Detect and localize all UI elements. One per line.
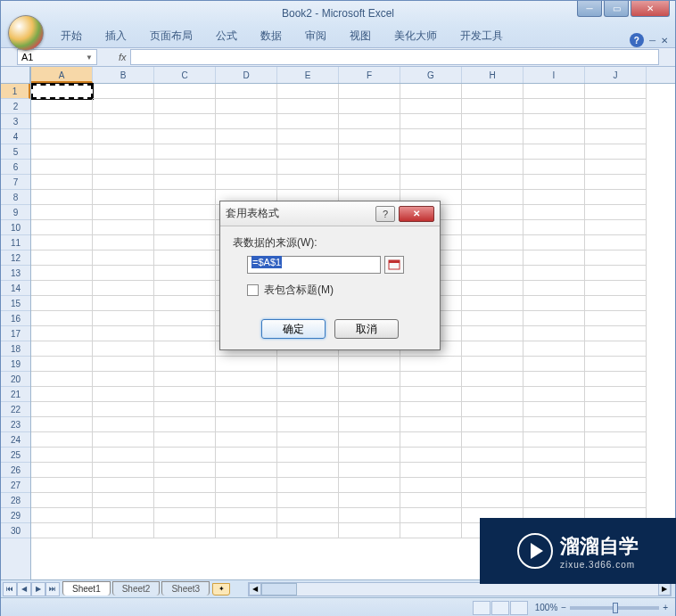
- cell[interactable]: [462, 266, 523, 281]
- cell[interactable]: [585, 175, 647, 190]
- cell[interactable]: [339, 144, 400, 160]
- tab-beautify[interactable]: 美化大师: [383, 24, 449, 47]
- cell[interactable]: [339, 523, 400, 538]
- cell[interactable]: [31, 84, 93, 99]
- cell[interactable]: [93, 523, 154, 538]
- cell[interactable]: [585, 205, 647, 220]
- zoom-slider-thumb[interactable]: [613, 603, 618, 613]
- cell[interactable]: [462, 432, 523, 448]
- cell[interactable]: [523, 387, 585, 402]
- dialog-close-button[interactable]: ✕: [399, 206, 434, 222]
- cell[interactable]: [339, 160, 400, 175]
- headers-checkbox[interactable]: [247, 284, 259, 296]
- cell[interactable]: [400, 523, 462, 538]
- cell[interactable]: [154, 266, 216, 281]
- cell[interactable]: [523, 235, 585, 251]
- cell[interactable]: [400, 175, 462, 190]
- cell[interactable]: [339, 129, 400, 144]
- column-header[interactable]: J: [585, 67, 647, 83]
- cell[interactable]: [154, 296, 216, 311]
- cell[interactable]: [523, 114, 585, 129]
- cell[interactable]: [585, 235, 647, 251]
- cell[interactable]: [216, 160, 277, 175]
- cell[interactable]: [585, 493, 647, 508]
- cell[interactable]: [93, 129, 154, 144]
- cell[interactable]: [400, 508, 462, 523]
- cell[interactable]: [31, 266, 93, 281]
- cell[interactable]: [154, 372, 216, 387]
- cell[interactable]: [585, 160, 647, 175]
- cell[interactable]: [216, 144, 277, 160]
- cell[interactable]: [31, 448, 93, 463]
- row-header[interactable]: 11: [1, 235, 30, 251]
- cell[interactable]: [462, 463, 523, 478]
- cell[interactable]: [400, 432, 462, 448]
- cell[interactable]: [93, 160, 154, 175]
- column-header[interactable]: C: [154, 67, 216, 83]
- cell[interactable]: [585, 266, 647, 281]
- cell[interactable]: [462, 387, 523, 402]
- cell[interactable]: [154, 357, 216, 372]
- cell[interactable]: [154, 493, 216, 508]
- row-header[interactable]: 9: [1, 205, 30, 220]
- row-header[interactable]: 5: [1, 144, 30, 160]
- cell[interactable]: [154, 326, 216, 341]
- cell[interactable]: [93, 99, 154, 114]
- tab-developer[interactable]: 开发工具: [449, 24, 515, 47]
- cell[interactable]: [585, 296, 647, 311]
- cell[interactable]: [462, 402, 523, 417]
- cell[interactable]: [339, 387, 400, 402]
- row-header[interactable]: 13: [1, 266, 30, 281]
- cell[interactable]: [339, 417, 400, 432]
- cell[interactable]: [277, 523, 339, 538]
- cell[interactable]: [93, 463, 154, 478]
- cell[interactable]: [523, 190, 585, 205]
- cell[interactable]: [523, 175, 585, 190]
- column-header[interactable]: D: [216, 67, 277, 83]
- cell[interactable]: [277, 372, 339, 387]
- cell[interactable]: [400, 160, 462, 175]
- cell[interactable]: [93, 448, 154, 463]
- cell[interactable]: [523, 357, 585, 372]
- cell[interactable]: [400, 99, 462, 114]
- ok-button[interactable]: 确定: [261, 319, 326, 339]
- row-header[interactable]: 12: [1, 251, 30, 266]
- cell[interactable]: [93, 251, 154, 266]
- cell[interactable]: [462, 190, 523, 205]
- tab-insert[interactable]: 插入: [94, 24, 138, 47]
- column-header[interactable]: H: [462, 67, 523, 83]
- cell[interactable]: [585, 311, 647, 326]
- sheet-nav-first-icon[interactable]: ⏮: [3, 582, 17, 596]
- cell[interactable]: [523, 266, 585, 281]
- cell[interactable]: [400, 478, 462, 493]
- cell[interactable]: [585, 402, 647, 417]
- row-header[interactable]: 24: [1, 432, 30, 448]
- cell[interactable]: [216, 387, 277, 402]
- cell[interactable]: [277, 84, 339, 99]
- maximize-button[interactable]: ▭: [604, 1, 629, 17]
- cell[interactable]: [31, 493, 93, 508]
- cell[interactable]: [93, 220, 154, 235]
- tab-view[interactable]: 视图: [338, 24, 383, 47]
- cell[interactable]: [462, 448, 523, 463]
- name-box-dropdown-icon[interactable]: ▼: [86, 53, 93, 62]
- cell[interactable]: [93, 205, 154, 220]
- cell[interactable]: [93, 357, 154, 372]
- cell[interactable]: [93, 144, 154, 160]
- row-header[interactable]: 3: [1, 114, 30, 129]
- cell[interactable]: [339, 493, 400, 508]
- cell[interactable]: [339, 357, 400, 372]
- cell[interactable]: [277, 402, 339, 417]
- cell[interactable]: [523, 281, 585, 296]
- row-header[interactable]: 23: [1, 417, 30, 432]
- zoom-level[interactable]: 100%: [535, 603, 558, 612]
- column-header[interactable]: B: [93, 67, 154, 83]
- cell[interactable]: [216, 84, 277, 99]
- tab-home[interactable]: 开始: [49, 24, 94, 47]
- cell[interactable]: [154, 281, 216, 296]
- cell[interactable]: [154, 448, 216, 463]
- cancel-button[interactable]: 取消: [334, 319, 399, 339]
- cell[interactable]: [277, 357, 339, 372]
- cell[interactable]: [31, 129, 93, 144]
- cell[interactable]: [154, 129, 216, 144]
